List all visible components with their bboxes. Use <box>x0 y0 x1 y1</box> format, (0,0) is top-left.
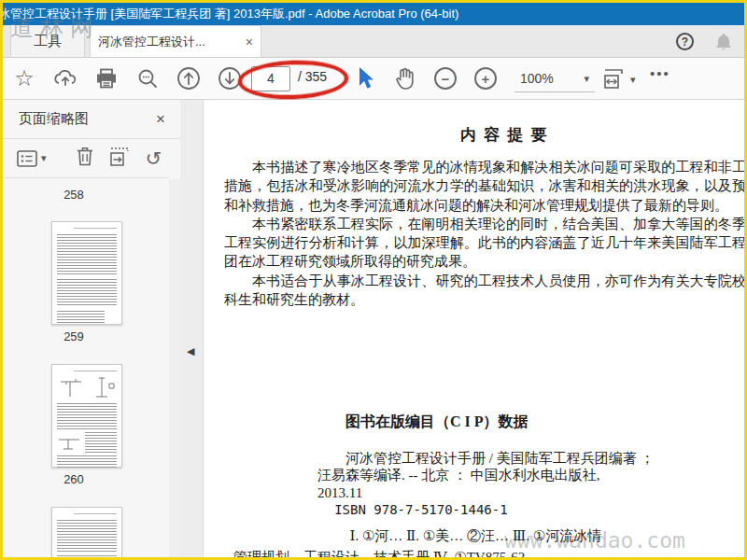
figure-sketch <box>91 376 117 400</box>
thumbnail-label-260: 260 <box>3 472 145 486</box>
print-icon[interactable] <box>95 68 118 89</box>
fit-width-icon <box>601 67 626 91</box>
thumbnails-panel: 页面缩略图 × ▾ <box>3 100 180 557</box>
summary-text: 本书描述了寒冷地区冬季常见的冰情现象和解决相关冰问题可采取的工程和非工程措施，包… <box>224 158 744 309</box>
search-icon[interactable] <box>136 67 159 90</box>
thumbnail-label-259: 259 <box>3 329 145 343</box>
tab-bar: 工具 河冰管控工程设计... × ? <box>3 25 744 58</box>
tab-document-label: 河冰管控工程设计... <box>98 34 236 50</box>
zoom-level-dropdown[interactable]: 100% ▾ <box>514 65 595 92</box>
zoom-level-value: 100% <box>520 71 554 86</box>
help-icon[interactable]: ? <box>676 33 694 50</box>
summary-paragraph: 本书描述了寒冷地区冬季常见的冰情现象和解决相关冰问题可采取的工程和非工程措施，包… <box>224 158 744 215</box>
thumbnail-page-261[interactable] <box>51 507 122 557</box>
page-total-label: / 355 <box>298 69 327 84</box>
page-number-input[interactable]: 4 <box>251 66 290 91</box>
tab-tools-label: 工具 <box>34 33 62 50</box>
collapse-panel-icon[interactable]: ◀ <box>187 345 194 357</box>
summary-paragraph: 本书适合于从事冰工程设计、研究的工程技术人员使用，亦可作为有关大专院校本科生和研… <box>224 272 744 310</box>
zoom-in-icon[interactable]: + <box>474 67 497 90</box>
close-panel-icon[interactable]: × <box>156 110 165 129</box>
chevron-down-icon: ▾ <box>41 152 47 164</box>
insert-page-icon[interactable] <box>108 147 131 171</box>
thumbnail-label-258: 258 <box>3 188 145 202</box>
cip-classification: Ⅰ. ①河… Ⅱ. ①美… ②汪… Ⅲ. ①河流冰情 <box>317 527 654 545</box>
thumbnail-page-260[interactable] <box>51 364 122 468</box>
previous-page-icon[interactable] <box>176 66 201 91</box>
next-page-icon[interactable] <box>218 66 242 91</box>
figure-sketch <box>57 376 85 400</box>
main-toolbar: ☆ 4 / 355 <box>3 58 744 100</box>
hand-tool-icon[interactable] <box>394 66 416 91</box>
bell-icon[interactable] <box>714 33 733 51</box>
page-fit-dropdown[interactable]: ▾ <box>601 67 636 91</box>
delete-page-icon[interactable] <box>77 147 93 170</box>
rotate-ccw-icon[interactable]: ↺ <box>146 149 162 168</box>
chevron-down-icon: ▾ <box>584 73 589 85</box>
window-title: 冰管控工程设计手册 [美国陆军工程兵团 著] 2013年版.pdf - Adob… <box>3 3 744 25</box>
panel-title: 页面缩略图 <box>19 110 89 128</box>
cip-isbn: ISBN 978-7-5170-1446-1 <box>317 501 654 519</box>
panel-scrollbar[interactable] <box>169 179 180 557</box>
share-upload-icon[interactable] <box>53 68 78 89</box>
more-tools-icon[interactable]: ••• <box>650 65 670 81</box>
cip-block: 图书在版编目（C I P）数据 河冰管控工程设计手册 / 美国陆军工程兵团编著 … <box>317 413 654 545</box>
favorite-star-icon[interactable]: ☆ <box>14 69 35 88</box>
document-page: www.wandao.com 内 容 提 要 本书描述了寒冷地区冬季常见的冰情现… <box>204 100 744 557</box>
cip-heading: 图书在版编目（C I P）数据 <box>345 413 654 431</box>
summary-paragraph: 本书紧密联系工程实际，在阐明相关理论的同时，结合美国、加拿大等国的冬季冰工程实例… <box>224 215 744 272</box>
thumbnail-options-icon[interactable]: ▾ <box>17 150 47 167</box>
figure-sketch <box>57 432 81 453</box>
thumbnail-list: 258 259 <box>3 179 169 557</box>
cip-line: 河冰管控工程设计手册 / 美国陆军工程兵团编著 ； <box>317 450 654 468</box>
tab-document[interactable]: 河冰管控工程设计... × <box>90 25 261 57</box>
tab-tools[interactable]: 工具 <box>10 25 85 57</box>
cip-line: 2013.11 <box>317 484 654 502</box>
chevron-down-icon: ▾ <box>630 74 636 86</box>
select-pointer-icon[interactable] <box>356 66 376 91</box>
summary-heading: 内 容 提 要 <box>224 124 744 146</box>
close-tab-icon[interactable]: × <box>246 35 253 49</box>
cip-classification-cutoff: 管理规划－工程设计－技术手册 Ⅳ. ①TV875-62 <box>233 549 525 557</box>
cip-line: 汪易森等编译. -- 北京 ： 中国水利水电出版社, <box>317 467 654 484</box>
thumbnail-page-259[interactable] <box>51 221 122 325</box>
zoom-out-icon[interactable]: − <box>434 67 457 90</box>
panel-splitter[interactable]: ◀ <box>180 100 204 557</box>
